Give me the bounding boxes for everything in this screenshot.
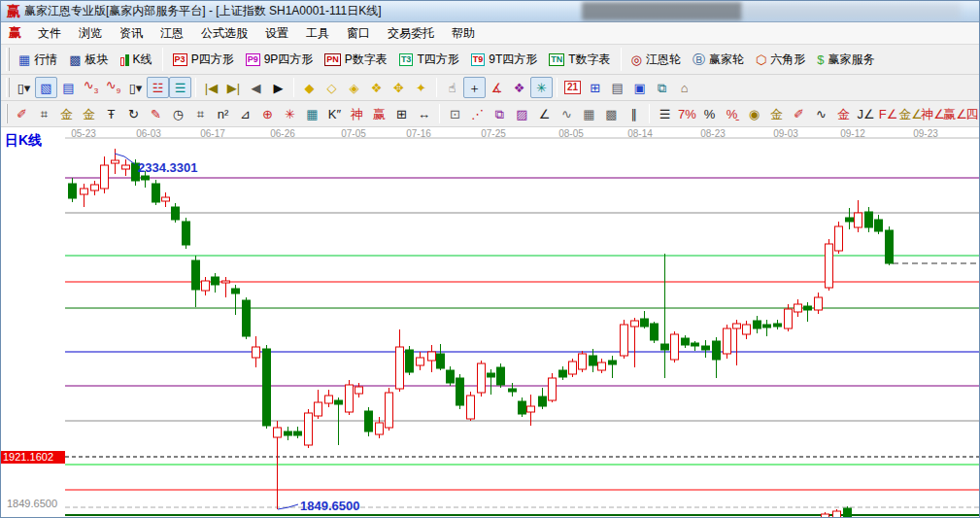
purple-box-button[interactable]: ⧉ bbox=[489, 103, 511, 124]
crosshair-circle-button[interactable]: ⊕ bbox=[256, 103, 279, 124]
calculator-button[interactable]: ⊞ bbox=[584, 77, 606, 98]
j-angle-button[interactable]: J∠ bbox=[855, 103, 877, 124]
menu-item-10[interactable]: 帮助 bbox=[443, 22, 484, 45]
ying-angle-button[interactable]: 赢∠ bbox=[944, 103, 966, 124]
f-ruler-button[interactable]: Ŧ bbox=[100, 103, 122, 124]
frame-tool-button[interactable]: ⊡ bbox=[444, 103, 466, 124]
angle-ruler-button[interactable]: ⊿ bbox=[234, 103, 256, 124]
star-tool-button[interactable]: ✳ bbox=[279, 103, 301, 124]
brush-button[interactable]: ✐ bbox=[11, 103, 33, 124]
time-cycle-button[interactable]: ◷ bbox=[167, 103, 189, 124]
gold-red-button[interactable]: 金 bbox=[832, 103, 855, 124]
width-tool-button[interactable]: ↔ bbox=[413, 103, 435, 124]
mark-pen-button[interactable]: ✐ bbox=[788, 103, 810, 124]
menu-item-7[interactable]: 工具 bbox=[297, 22, 338, 45]
workstation-button[interactable]: ⌂ bbox=[673, 77, 695, 98]
chart-9-button[interactable]: ∿9 bbox=[102, 77, 124, 98]
last-bar-button[interactable]: ▶| bbox=[222, 77, 245, 98]
ying-tool-button[interactable]: 赢 bbox=[368, 103, 390, 124]
candle-settings-dropdown-button[interactable]: ▯▾ bbox=[124, 77, 147, 98]
wave-tool-button[interactable]: ∿ bbox=[810, 103, 832, 124]
gold-circle-button[interactable]: ◉ bbox=[743, 103, 765, 124]
spiral-tool-button[interactable]: ↻ bbox=[122, 103, 145, 124]
gold-line-button[interactable]: 金 bbox=[765, 103, 788, 124]
crosshair-tool-button[interactable]: ＋ bbox=[463, 77, 486, 98]
gann-square-gold-2-button[interactable]: 金 bbox=[78, 103, 100, 124]
menu-item-3[interactable]: 资讯 bbox=[111, 22, 152, 45]
grid-ruler-button[interactable]: ⌗ bbox=[33, 103, 55, 124]
pattern-box-button[interactable]: ▨ bbox=[511, 103, 533, 124]
map-window-icon: ▧ bbox=[40, 82, 51, 94]
zoom-right-diamond-button[interactable]: ◇ bbox=[321, 77, 343, 98]
next-bar-button[interactable]: ▶ bbox=[267, 77, 289, 98]
menu-item-8[interactable]: 窗口 bbox=[338, 22, 379, 45]
candle-body bbox=[365, 411, 373, 432]
fan-lines-button[interactable]: ⋰ bbox=[466, 103, 489, 124]
grid-box-button[interactable]: ▩ bbox=[600, 103, 623, 124]
angle-measure-button[interactable]: ∡ bbox=[486, 77, 508, 98]
dot-grid-button[interactable]: ▦ bbox=[578, 103, 600, 124]
percent-line-button[interactable]: %̱ bbox=[721, 103, 743, 124]
volume-profile-button[interactable]: ☰ bbox=[169, 77, 191, 98]
9t-square-button[interactable]: T99T四方形 bbox=[465, 50, 544, 70]
tick-ruler-button[interactable]: ⌗ bbox=[189, 103, 212, 124]
price-bars-button[interactable]: ☰ bbox=[654, 103, 676, 124]
prev-bar-button[interactable]: ◀ bbox=[245, 77, 267, 98]
gann-square-gold-button[interactable]: 金 bbox=[55, 103, 78, 124]
hand-tool-button[interactable]: ☝ bbox=[441, 77, 463, 98]
gann-shape-tool-button[interactable]: ❖ bbox=[508, 77, 530, 98]
p-number-table-button[interactable]: PNP数字表 bbox=[319, 50, 393, 70]
menu-item-2[interactable]: 浏览 bbox=[70, 22, 111, 45]
quotes-button[interactable]: ▦行情 bbox=[13, 50, 63, 70]
sectors-button[interactable]: ▩板块 bbox=[63, 50, 114, 70]
zoom-left-diamond-button[interactable]: ◆ bbox=[298, 77, 321, 98]
calendar-button[interactable]: 21 bbox=[561, 77, 584, 98]
hexagon-button[interactable]: ⬡六角形 bbox=[750, 50, 811, 70]
titlebar[interactable]: 赢 赢家江恩专业版[赢家内部服务平台] - [上证指数 SH1A0001-111… bbox=[1, 1, 979, 22]
f-angle-button[interactable]: F∠ bbox=[877, 103, 899, 124]
percent-7-button[interactable]: 7% bbox=[676, 103, 698, 124]
zigzag-tool-button[interactable]: ∿ bbox=[556, 103, 578, 124]
menu-item-9[interactable]: 交易委托 bbox=[379, 22, 443, 45]
shen-tool-button[interactable]: 神 bbox=[346, 103, 368, 124]
gann-wheel-button[interactable]: ◎江恩轮 bbox=[625, 50, 687, 70]
chart-3-button[interactable]: ∿3 bbox=[80, 77, 102, 98]
expand-horizontal-diamond-button[interactable]: ◈ bbox=[343, 77, 365, 98]
k-marker-button[interactable]: K″ bbox=[323, 103, 346, 124]
compress-diamond-button[interactable]: ❖ bbox=[365, 77, 388, 98]
notes-button[interactable]: ▤ bbox=[606, 77, 628, 98]
candlestick-plot[interactable] bbox=[1, 127, 980, 518]
expand-all-diamond-button[interactable]: ✥ bbox=[388, 77, 410, 98]
grid-123-button[interactable]: ⊞ bbox=[390, 103, 413, 124]
trend-angle-button[interactable]: ∠ bbox=[533, 103, 556, 124]
parallel-lines-button[interactable]: ∥ bbox=[623, 103, 645, 124]
chart-area[interactable]: 日K线 05-2306-0306-1706-2607-0507-1607-250… bbox=[1, 127, 980, 518]
pattern-table-button[interactable]: ☳ bbox=[147, 77, 169, 98]
full-view-diamond-button[interactable]: ✦ bbox=[410, 77, 432, 98]
color-grid-button[interactable]: ▦ bbox=[301, 103, 323, 124]
shen-angle-button[interactable]: 神∠ bbox=[922, 103, 944, 124]
9p-square-button[interactable]: P99P四方形 bbox=[240, 50, 320, 70]
t-square-button[interactable]: T3T四方形 bbox=[393, 50, 465, 70]
winner-service-button[interactable]: $赢家服务 bbox=[811, 50, 880, 70]
menu-item-4[interactable]: 江恩 bbox=[152, 22, 192, 45]
menu-item-6[interactable]: 设置 bbox=[256, 22, 297, 45]
smart-analysis-button[interactable]: ✳ bbox=[530, 77, 553, 98]
n-square-button[interactable]: n² bbox=[212, 103, 234, 124]
si-angle-button[interactable]: 四∠ bbox=[966, 103, 980, 124]
gold-angle-button[interactable]: 金∠ bbox=[899, 103, 922, 124]
map-window-button[interactable]: ▧ bbox=[35, 77, 57, 98]
winner-wheel-button[interactable]: Ⓑ赢家轮 bbox=[687, 50, 750, 70]
network-button[interactable]: ⧉ bbox=[651, 77, 673, 98]
pen-tool-button[interactable]: ✎ bbox=[145, 103, 167, 124]
info-panel-button[interactable]: ▤ bbox=[57, 77, 80, 98]
candle-style-dropdown-button[interactable]: ▯▾ bbox=[13, 77, 35, 98]
save-button[interactable]: ▣ bbox=[628, 77, 651, 98]
first-bar-button[interactable]: |◀ bbox=[200, 77, 222, 98]
percent-button[interactable]: % bbox=[698, 103, 721, 124]
kline-button[interactable]: K线 bbox=[115, 50, 158, 70]
t-number-table-button[interactable]: TNT数字表 bbox=[543, 50, 616, 70]
menu-item-5[interactable]: 公式选股 bbox=[192, 22, 256, 45]
menu-item-1[interactable]: 文件 bbox=[29, 22, 70, 45]
p-square-button[interactable]: P3P四方形 bbox=[167, 50, 240, 70]
